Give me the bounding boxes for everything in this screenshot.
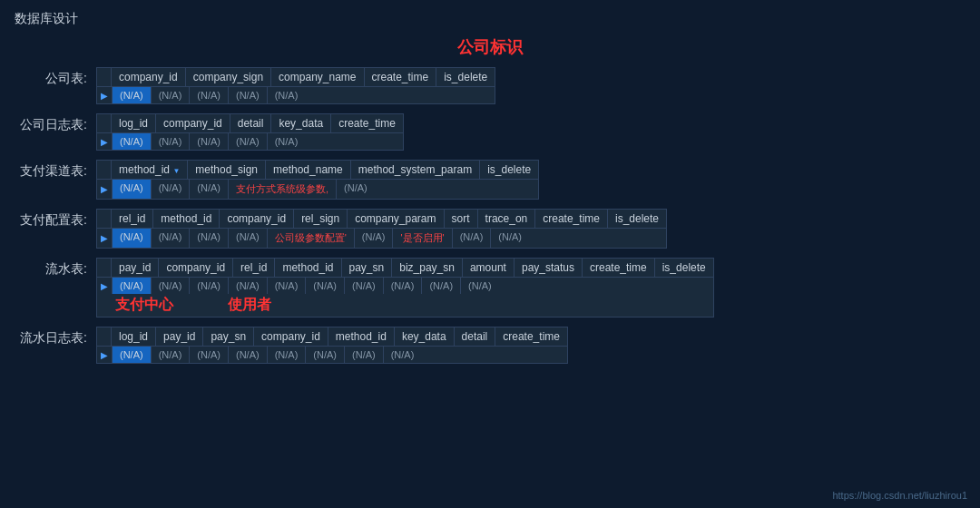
col-header-5-7: create_time <box>495 327 567 346</box>
row-arrow-3: ▶ <box>97 229 113 248</box>
col-header-3-2: company_id <box>220 210 294 228</box>
cell-2-3: 支付方式系统级参数, <box>229 180 337 199</box>
cell-5-1: (N/A) <box>152 347 191 363</box>
cell-3-4: 公司级参数配置' <box>268 229 355 248</box>
col-header-3-3: rel_sign <box>294 210 348 228</box>
cell-1-1: (N/A) <box>152 133 191 150</box>
cell-4-1: (N/A) <box>152 278 191 294</box>
col-header-1-4: create_time <box>331 114 403 132</box>
table-label-5: 流水日志表: <box>15 327 96 347</box>
col-header-5-5: key_data <box>395 327 455 346</box>
cell-4-8: (N/A) <box>422 278 461 294</box>
col-header-2-2: method_name <box>266 161 351 179</box>
table-label-2: 支付渠道表: <box>15 160 96 180</box>
row-arrow-1: ▶ <box>97 133 113 150</box>
cell-4-7: (N/A) <box>384 278 423 294</box>
col-header-3-7: create_time <box>535 210 608 228</box>
col-header-4-8: create_time <box>583 259 655 277</box>
col-header-5-0: log_id <box>112 327 156 346</box>
col-header-2-3: method_system_param <box>351 161 480 179</box>
center-label-4-0: 支付中心 <box>115 296 173 315</box>
col-header-3-8: is_delete <box>608 210 666 228</box>
db-row-0: 公司表:company_idcompany_signcompany_namecr… <box>15 67 965 104</box>
table-wrapper-1: log_idcompany_iddetailkey_datacreate_tim… <box>96 113 404 151</box>
col-header-4-6: amount <box>463 259 514 277</box>
table-label-0: 公司表: <box>15 67 96 87</box>
col-header-1-3: key_data <box>271 114 331 132</box>
cell-0-1: (N/A) <box>152 87 191 103</box>
col-header-5-2: pay_sn <box>203 327 254 346</box>
col-header-0-4: is_delete <box>436 68 495 86</box>
col-header-5-4: method_id <box>328 327 395 346</box>
col-header-3-0: rel_id <box>112 210 153 228</box>
col-header-2-1: method_sign <box>188 161 266 179</box>
cell-5-7: (N/A) <box>384 347 422 363</box>
col-header-2-0: method_id ▼ <box>112 161 188 179</box>
col-header-3-6: trace_on <box>478 210 536 228</box>
cell-3-3: (N/A) <box>229 229 268 248</box>
cell-5-6: (N/A) <box>345 347 384 363</box>
col-header-1-1: company_id <box>156 114 230 132</box>
cell-0-0: (N/A) <box>113 87 152 103</box>
cell-2-1: (N/A) <box>152 180 191 199</box>
watermark: https://blog.csdn.net/liuzhirou1 <box>832 490 967 501</box>
col-header-4-4: pay_sn <box>342 259 393 277</box>
cell-4-2: (N/A) <box>190 278 229 294</box>
row-arrow-4: ▶ <box>97 278 113 294</box>
center-title: 公司标识 <box>15 36 965 58</box>
cell-1-0: (N/A) <box>113 133 152 150</box>
col-header-0-0: company_id <box>112 68 186 86</box>
row-arrow-0: ▶ <box>97 87 113 103</box>
col-header-4-7: pay_status <box>514 259 583 277</box>
page-title: 数据库设计 <box>15 11 965 27</box>
table-label-1: 公司日志表: <box>15 113 96 133</box>
cell-5-5: (N/A) <box>306 347 345 363</box>
col-header-3-4: company_param <box>348 210 444 228</box>
cell-5-0: (N/A) <box>113 347 152 363</box>
db-row-2: 支付渠道表:method_id ▼method_signmethod_namem… <box>15 160 965 200</box>
col-header-0-3: create_time <box>365 68 437 86</box>
db-row-4: 流水表:pay_idcompany_idrel_idmethod_idpay_s… <box>15 258 965 318</box>
col-header-0-2: company_name <box>271 68 364 86</box>
col-header-4-0: pay_id <box>112 259 159 277</box>
col-header-5-6: detail <box>455 327 496 346</box>
cell-4-4: (N/A) <box>268 278 307 294</box>
cell-0-3: (N/A) <box>229 87 268 103</box>
cell-0-2: (N/A) <box>190 87 229 103</box>
cell-2-2: (N/A) <box>190 180 229 199</box>
table-wrapper-3: rel_idmethod_idcompany_idrel_signcompany… <box>96 209 667 249</box>
col-header-4-9: is_delete <box>655 259 713 277</box>
cell-1-2: (N/A) <box>190 133 229 150</box>
row-arrow-2: ▶ <box>97 180 113 199</box>
cell-3-2: (N/A) <box>190 229 229 248</box>
col-header-4-3: method_id <box>275 259 341 277</box>
cell-2-4: (N/A) <box>337 180 375 199</box>
cell-5-4: (N/A) <box>268 347 307 363</box>
cell-1-3: (N/A) <box>229 133 268 150</box>
col-header-0-1: company_sign <box>186 68 271 86</box>
cell-5-3: (N/A) <box>229 347 268 363</box>
col-header-3-1: method_id <box>153 210 220 228</box>
col-header-1-2: detail <box>230 114 272 132</box>
col-header-2-4: is_delete <box>480 161 538 179</box>
table-label-4: 流水表: <box>15 258 96 278</box>
center-label-4-1: 使用者 <box>228 296 271 315</box>
cell-3-8: (N/A) <box>491 229 529 248</box>
table-wrapper-4: pay_idcompany_idrel_idmethod_idpay_snbiz… <box>96 258 714 318</box>
cell-3-5: (N/A) <box>355 229 394 248</box>
table-wrapper-2: method_id ▼method_signmethod_namemethod_… <box>96 160 539 200</box>
cell-4-9: (N/A) <box>461 278 499 294</box>
cell-5-2: (N/A) <box>190 347 229 363</box>
col-header-3-5: sort <box>445 210 478 228</box>
db-row-3: 支付配置表:rel_idmethod_idcompany_idrel_signc… <box>15 209 965 249</box>
cell-4-6: (N/A) <box>345 278 384 294</box>
cell-4-0: (N/A) <box>113 278 152 294</box>
table-wrapper-0: company_idcompany_signcompany_namecreate… <box>96 67 495 104</box>
cell-3-7: (N/A) <box>453 229 492 248</box>
db-row-5: 流水日志表:log_idpay_idpay_sncompany_idmethod… <box>15 327 965 364</box>
col-header-5-3: company_id <box>254 327 328 346</box>
col-header-4-5: biz_pay_sn <box>392 259 463 277</box>
cell-2-0: (N/A) <box>113 180 152 199</box>
cell-0-4: (N/A) <box>268 87 306 103</box>
db-row-1: 公司日志表:log_idcompany_iddetailkey_datacrea… <box>15 113 965 151</box>
